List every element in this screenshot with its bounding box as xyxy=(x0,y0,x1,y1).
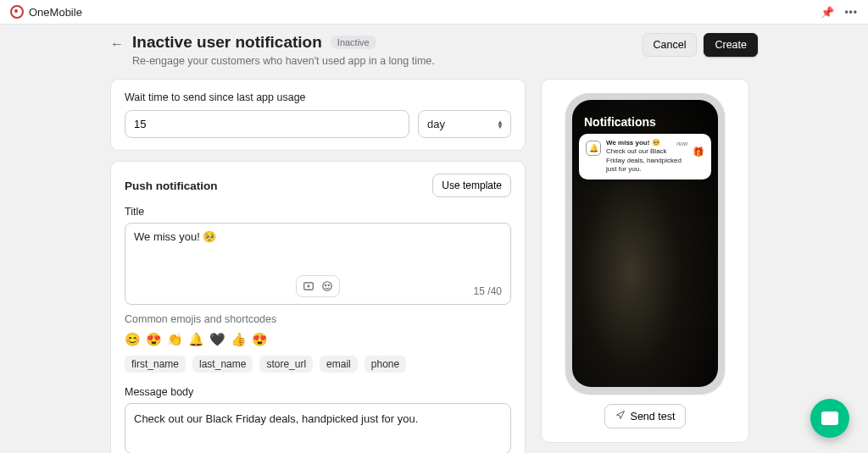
title-field-label: Title xyxy=(125,206,511,218)
wait-time-input[interactable] xyxy=(125,110,409,138)
shortcode-chip[interactable]: first_name xyxy=(125,356,186,373)
stepper-icon: ▲▼ xyxy=(497,120,504,129)
emoji-item[interactable]: 😍 xyxy=(252,332,268,347)
preview-panel: Notifications 🔔 We miss you! 🥺 now Check… xyxy=(541,79,749,443)
preview-header: Notifications xyxy=(579,107,711,134)
brand-block: OneMobile xyxy=(10,5,82,19)
page-title: Inactive user notification xyxy=(132,33,322,52)
shortcode-row: first_name last_name store_url email pho… xyxy=(125,356,511,373)
title-input[interactable]: We miss you! 🥺 15 /40 xyxy=(125,223,511,305)
brand-logo-icon xyxy=(10,5,24,19)
brand-name: OneMobile xyxy=(29,6,82,19)
title-char-count: 15 /40 xyxy=(474,285,502,297)
emoji-item[interactable]: 👍 xyxy=(231,332,247,347)
emoji-row: 😊 😍 👏 🔔 🖤 👍 😍 xyxy=(125,332,511,347)
emoji-picker-icon[interactable] xyxy=(320,279,334,293)
preview-notif-time: now xyxy=(676,140,687,147)
insert-variable-icon[interactable] xyxy=(302,279,315,293)
emoji-hint-label: Common emojis and shortcodes xyxy=(125,313,511,325)
push-card: Push notification Use template Title We … xyxy=(110,161,526,453)
send-icon xyxy=(615,410,626,423)
phone-frame: Notifications 🔔 We miss you! 🥺 now Check… xyxy=(565,93,725,394)
cancel-button[interactable]: Cancel xyxy=(643,33,698,57)
body-field-label: Message body xyxy=(125,386,511,398)
wait-time-label: Wait time to send since last app usage xyxy=(125,91,511,103)
send-test-button[interactable]: Send test xyxy=(604,404,687,428)
preview-app-icon: 🔔 xyxy=(586,141,601,156)
page-header: ← Inactive user notification Inactive Re… xyxy=(110,33,758,67)
wait-unit-select[interactable]: day ▲▼ xyxy=(418,110,511,138)
use-template-button[interactable]: Use template xyxy=(432,174,511,197)
emoji-item[interactable]: 🖤 xyxy=(209,332,225,347)
phone-screen: Notifications 🔔 We miss you! 🥺 now Check… xyxy=(572,100,718,387)
preview-notification-card: 🔔 We miss you! 🥺 now Check out our Black… xyxy=(579,134,711,180)
gift-icon: 🎁 xyxy=(693,146,704,157)
shortcode-chip[interactable]: store_url xyxy=(259,356,313,373)
emoji-item[interactable]: 😍 xyxy=(146,332,162,347)
shortcode-chip[interactable]: phone xyxy=(364,356,406,373)
wait-time-card: Wait time to send since last app usage d… xyxy=(110,79,526,151)
create-button[interactable]: Create xyxy=(704,33,758,57)
title-value: We miss you! 🥺 xyxy=(134,230,502,243)
more-icon[interactable]: ••• xyxy=(844,6,858,18)
title-toolbar xyxy=(296,275,340,297)
svg-point-2 xyxy=(326,285,326,285)
svg-point-3 xyxy=(328,285,329,285)
chat-icon xyxy=(821,412,838,425)
emoji-item[interactable]: 🔔 xyxy=(188,332,204,347)
page-subtitle: Re-engage your customers who haven't use… xyxy=(132,55,634,67)
send-test-label: Send test xyxy=(631,411,676,423)
emoji-item[interactable]: 😊 xyxy=(125,332,141,347)
push-section-title: Push notification xyxy=(125,180,218,192)
chat-fab[interactable] xyxy=(810,399,849,438)
shortcode-chip[interactable]: email xyxy=(320,356,358,373)
body-input[interactable]: Check out our Black Friday deals, handpi… xyxy=(125,403,511,453)
status-badge: Inactive xyxy=(331,36,376,49)
pin-icon[interactable]: 📌 xyxy=(821,6,834,19)
wait-unit-value: day xyxy=(427,118,445,130)
topbar: OneMobile 📌 ••• xyxy=(0,0,868,25)
bell-icon: 🔔 xyxy=(589,144,598,152)
preview-notif-body: Check out our Black Friday deals, handpi… xyxy=(606,147,687,174)
body-value: Check out our Black Friday deals, handpi… xyxy=(134,412,418,425)
shortcode-chip[interactable]: last_name xyxy=(192,356,253,373)
preview-notif-title: We miss you! 🥺 xyxy=(606,139,660,147)
emoji-item[interactable]: 👏 xyxy=(167,332,183,347)
svg-point-1 xyxy=(323,282,332,291)
back-arrow-icon[interactable]: ← xyxy=(110,36,124,52)
